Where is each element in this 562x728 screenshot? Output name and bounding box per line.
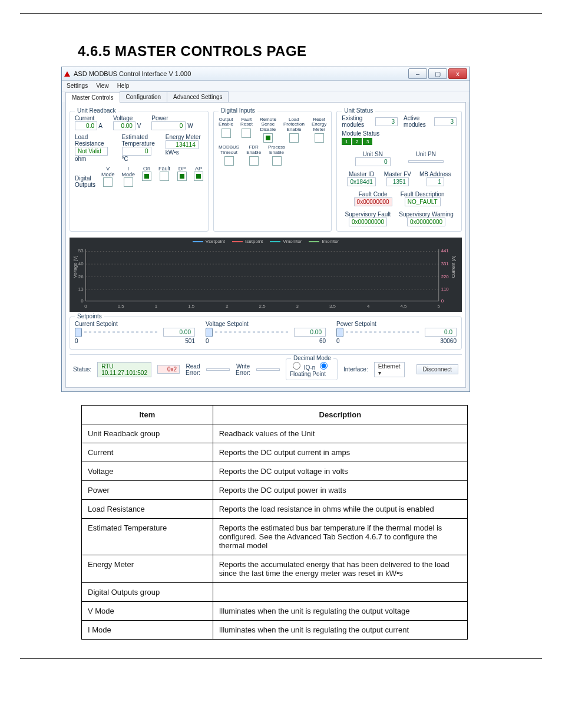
sp-power-min: 0	[336, 338, 340, 344]
voltage-unit: V	[137, 123, 141, 129]
sp-voltage-max: 60	[319, 338, 326, 344]
di-fault-reset[interactable]	[242, 129, 251, 138]
module-2: 2	[352, 138, 362, 145]
svg-text:5: 5	[438, 304, 441, 309]
svg-text:2.5: 2.5	[259, 304, 266, 309]
col-ap: AP	[194, 166, 203, 172]
sp-power-value[interactable]: 0.0	[425, 328, 457, 337]
led-dp	[177, 172, 187, 181]
tab-advanced-settings[interactable]: Advanced Settings	[167, 91, 229, 102]
radio-iqn[interactable]	[293, 362, 300, 370]
current-value: 0.0	[75, 121, 97, 130]
writeerr-a: Write	[236, 363, 250, 370]
sp-power-slider[interactable]	[336, 331, 421, 333]
svg-text:0: 0	[81, 298, 84, 304]
sp-current-slider[interactable]	[75, 331, 160, 333]
pn-label: Unit PN	[408, 151, 444, 157]
di-remote-sense-disable[interactable]	[263, 133, 273, 143]
esttemp-unit: °C	[122, 156, 128, 162]
svg-text:220: 220	[441, 274, 449, 279]
close-button[interactable]: x	[448, 68, 467, 79]
svg-text:0.5: 0.5	[118, 304, 125, 309]
swarn-label: Supervisory Warning	[399, 211, 453, 218]
module-3: 3	[363, 138, 372, 145]
esttemp-label: Estimated Temperature	[122, 134, 155, 147]
power-label: Power	[151, 115, 193, 121]
svg-text:13: 13	[78, 286, 84, 292]
di-output-enable[interactable]	[222, 129, 231, 138]
interface-select[interactable]: Ethernet ▾	[374, 362, 405, 377]
sn-label: Unit SN	[355, 151, 391, 157]
svg-text:3: 3	[296, 304, 299, 309]
current-label: Current	[75, 115, 103, 121]
loadres-label: Load Resistance	[75, 134, 111, 147]
unit-status-group: Unit Status Existing modules 3 Active mo…	[336, 111, 462, 232]
sn-value: 0	[355, 157, 391, 166]
fcode-label: Fault Code	[354, 191, 392, 197]
status-label: Status:	[73, 366, 91, 373]
table-row: Digital Outputs group	[82, 583, 468, 602]
fcode-value: 0x00000000	[354, 197, 392, 206]
mfv-value: 1351	[386, 177, 409, 186]
menu-view[interactable]: View	[96, 83, 109, 89]
svg-text:0: 0	[84, 304, 87, 309]
svg-text:0: 0	[441, 298, 444, 304]
dout-label: Digital Outputs	[75, 175, 95, 188]
maximize-button[interactable]: ▢	[428, 68, 447, 79]
di-modbus-timeout[interactable]	[224, 156, 234, 166]
disconnect-button[interactable]: Disconnect	[416, 364, 458, 374]
di-fdr-enable[interactable]	[249, 156, 259, 166]
table-row: Unit Readback groupReadback values of th…	[82, 424, 468, 443]
svg-text:2: 2	[226, 304, 228, 309]
radio-floating-point[interactable]	[320, 362, 328, 370]
table-row: Load ResistanceReports the load resistan…	[82, 500, 468, 519]
svg-text:331: 331	[441, 261, 449, 266]
existing-label: Existing modules	[342, 115, 369, 128]
sp-power-max: 30060	[440, 338, 457, 344]
sp-voltage-label: Voltage Setpoint	[206, 321, 326, 327]
menu-settings[interactable]: Settings	[67, 83, 88, 89]
sp-current-min: 0	[75, 338, 78, 344]
sp-voltage-min: 0	[206, 338, 209, 344]
tab-master-controls[interactable]: Master Controls	[65, 92, 120, 103]
led-imode	[124, 177, 133, 187]
power-value: 0	[151, 121, 186, 130]
di-process-enable[interactable]	[272, 156, 282, 166]
table-row: CurrentReports the DC output current in …	[82, 443, 468, 462]
svg-text:40: 40	[78, 261, 84, 266]
modstatus-label: Module Status	[342, 130, 457, 137]
th-desc: Description	[213, 406, 467, 424]
readerr-a: Read	[186, 363, 200, 370]
monitor-chart: Vsetpoint Isetpoint Vmonitor Imonitor	[70, 238, 462, 312]
unit-readback-group: Unit Readback Current 0.0 A Voltage 0.00…	[70, 111, 209, 232]
status-bar: Status: RTU 10.11.27.101:502 0x2 ReadErr…	[70, 354, 462, 384]
minimize-button[interactable]: –	[408, 68, 427, 79]
current-unit: A	[98, 123, 103, 129]
table-row: Energy MeterReports the accumulated ener…	[82, 555, 468, 583]
interface-label: Interface:	[343, 366, 368, 373]
sp-voltage-value[interactable]: 0.00	[294, 328, 326, 337]
table-row: VoltageReports the DC output voltage in …	[82, 462, 468, 481]
energy-value: 134114	[166, 140, 199, 149]
write-error-value	[256, 368, 280, 371]
di-reset-energy-meter[interactable]	[315, 133, 324, 143]
sfault-label: Supervisory Fault	[345, 211, 391, 218]
app-window: ASD MODBUS Control Interface V 1.000 – ▢…	[61, 67, 470, 392]
th-item: Item	[82, 406, 213, 424]
energy-unit: kW•s	[166, 149, 179, 156]
col-dp: DP	[177, 166, 187, 172]
voltage-value: 0.00	[113, 121, 135, 130]
sp-current-value[interactable]: 0.00	[163, 328, 195, 337]
table-row: PowerReports the DC output power in watt…	[82, 481, 468, 500]
menu-help[interactable]: Help	[117, 83, 130, 89]
sp-voltage-slider[interactable]	[206, 331, 290, 333]
mid-value: 0x184d1	[347, 177, 375, 186]
di-load-protection-enable[interactable]	[289, 133, 299, 143]
group-legend: Setpoints	[75, 313, 104, 319]
voltage-label: Voltage	[113, 115, 141, 121]
svg-text:Voltage [V]: Voltage [V]	[72, 256, 78, 278]
col-imode: I Mode	[122, 166, 135, 177]
power-unit: W	[187, 123, 193, 129]
group-legend: Unit Readback	[75, 107, 118, 114]
tab-configuration[interactable]: Configuration	[120, 91, 167, 102]
